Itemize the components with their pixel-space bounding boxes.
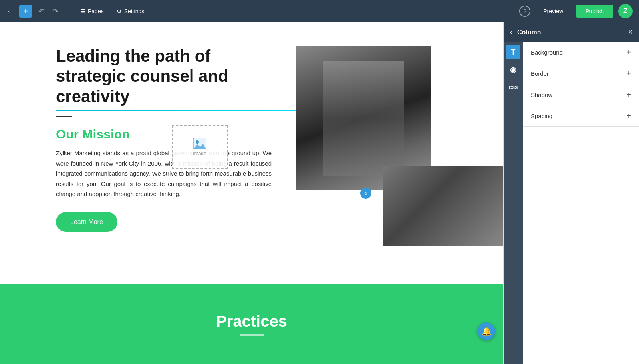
- css-tool[interactable]: CSS: [506, 80, 520, 95]
- back-button[interactable]: ←: [6, 7, 14, 16]
- shadow-accordion: Shadow +: [523, 84, 639, 105]
- css-label: CSS: [509, 85, 518, 90]
- nav-divider: [68, 6, 68, 16]
- right-panel: ‹ Column × T ◉ CSS: [503, 22, 639, 364]
- border-label: Border: [531, 70, 549, 77]
- add-button[interactable]: +: [19, 5, 32, 18]
- preview-button[interactable]: Preview: [535, 5, 571, 18]
- spacing-plus-icon: +: [626, 112, 631, 120]
- main-area: Leading the path of strategic counsel an…: [0, 22, 639, 364]
- settings-nav[interactable]: ⚙ Settings: [113, 6, 149, 17]
- style-icon: ◉: [510, 65, 516, 74]
- spacing-accordion-header[interactable]: Spacing +: [523, 105, 639, 126]
- t-icon: T: [511, 48, 516, 57]
- blue-line: [56, 116, 72, 117]
- background-accordion: Background +: [523, 42, 639, 63]
- panel-options-column: Background + Border + Shadow +: [523, 42, 639, 364]
- undo-button[interactable]: ↶: [37, 5, 46, 17]
- shadow-label: Shadow: [531, 91, 552, 98]
- settings-icon: ⚙: [117, 8, 122, 14]
- redo-button[interactable]: ↷: [51, 5, 60, 17]
- panel-toggle-button[interactable]: «: [360, 188, 371, 199]
- notification-bell-button[interactable]: 🔔: [478, 322, 495, 340]
- shadow-plus-icon: +: [626, 91, 631, 99]
- background-plus-icon: +: [626, 48, 631, 56]
- canvas: Leading the path of strategic counsel an…: [0, 22, 503, 364]
- shadow-accordion-header[interactable]: Shadow +: [523, 84, 639, 105]
- image-icon: [193, 138, 206, 149]
- photo-collage: [296, 46, 503, 246]
- practices-underline: [240, 334, 264, 336]
- chevron-icon: «: [364, 190, 367, 196]
- background-accordion-header[interactable]: Background +: [523, 42, 639, 63]
- topnav: ← + ↶ ↷ ☰ Pages ⚙ Settings ? Preview Pub…: [0, 0, 639, 22]
- image-placeholder-label: Image: [193, 151, 206, 156]
- photo-secondary-inner: [383, 166, 503, 246]
- help-button[interactable]: ?: [519, 6, 530, 17]
- panel-close-button[interactable]: ×: [628, 28, 633, 36]
- learn-more-button[interactable]: Learn More: [56, 212, 117, 232]
- spacing-accordion: Spacing +: [523, 105, 639, 127]
- pages-nav[interactable]: ☰ Pages: [76, 6, 108, 17]
- body-text: Zylker Marketing stands as a proud globa…: [56, 148, 272, 199]
- publish-button[interactable]: Publish: [576, 5, 613, 18]
- panel-icons-column: T ◉ CSS: [504, 42, 523, 364]
- background-label: Background: [531, 49, 563, 56]
- panel-back-button[interactable]: ‹: [510, 28, 512, 36]
- border-accordion-header[interactable]: Border +: [523, 63, 639, 84]
- bell-icon: 🔔: [482, 326, 492, 336]
- style-tool[interactable]: ◉: [506, 63, 520, 77]
- text-style-tool[interactable]: T: [506, 45, 520, 59]
- panel-header: ‹ Column ×: [504, 22, 639, 42]
- svg-point-1: [196, 140, 199, 144]
- pages-label: Pages: [88, 8, 104, 14]
- avatar[interactable]: Z: [618, 4, 633, 18]
- panel-title: Column: [517, 29, 623, 36]
- practices-title: Practices: [216, 313, 287, 330]
- border-accordion: Border +: [523, 63, 639, 84]
- border-plus-icon: +: [626, 69, 631, 77]
- hero-title: Leading the path of strategic counsel an…: [56, 46, 280, 107]
- practices-section: Practices: [0, 284, 503, 364]
- image-placeholder[interactable]: Image: [172, 125, 228, 169]
- panel-inner: T ◉ CSS Background +: [504, 42, 639, 364]
- settings-label: Settings: [124, 8, 145, 14]
- pages-icon: ☰: [80, 8, 85, 14]
- photo-secondary: [383, 166, 503, 246]
- spacing-label: Spacing: [531, 113, 552, 119]
